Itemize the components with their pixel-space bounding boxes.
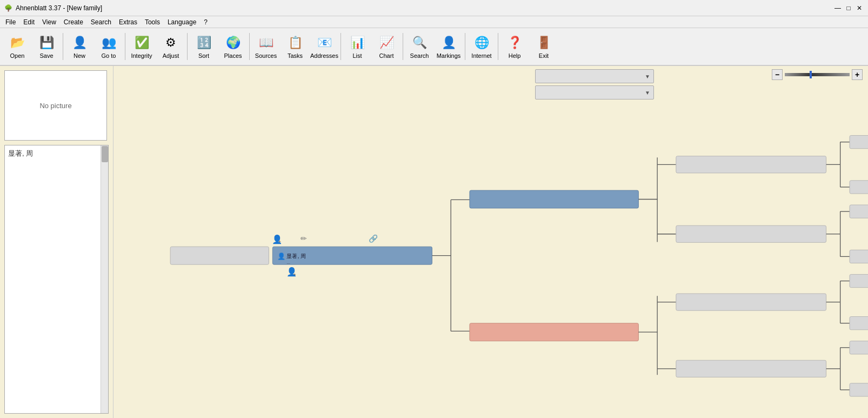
list-icon: 📊 [349, 34, 366, 51]
toolbar-btn-internet[interactable]: 🌐Internet [468, 30, 496, 63]
toolbar-btn-search[interactable]: 🔍Search [405, 30, 433, 63]
close-button[interactable]: ✕ [855, 4, 864, 12]
dropdown-2-arrow: ▼ [645, 90, 650, 96]
menu-item-edit[interactable]: Edit [20, 17, 38, 27]
tasks-icon: 📋 [286, 34, 304, 51]
dropdown-1-arrow: ▼ [645, 74, 650, 79]
zoom-in-button[interactable]: + [852, 69, 863, 80]
mm-node[interactable] [676, 360, 826, 377]
toolbar-separator-3 [125, 33, 125, 60]
adjust-icon: ⚙ [162, 34, 179, 51]
menu-item-tools[interactable]: Tools [142, 17, 163, 27]
search-label: Search [410, 52, 429, 59]
chart-dropdown-1[interactable]: ▼ [535, 69, 654, 83]
fmff-node[interactable] [850, 205, 868, 218]
main-area: No picture 显著, 周 − + ▼ ▼ [0, 66, 868, 418]
toolbar-btn-sources[interactable]: 📖Sources [252, 30, 280, 63]
integrity-icon: ✅ [133, 34, 150, 51]
toolbar-btn-help[interactable]: ❓Help [500, 30, 529, 63]
minimize-button[interactable]: — [833, 4, 842, 12]
menu-item-?[interactable]: ? [201, 17, 211, 27]
menu-item-search[interactable]: Search [88, 17, 115, 27]
toolbar-btn-save[interactable]: 💾Save [32, 30, 61, 63]
toolbar-btn-new[interactable]: 👤New [65, 30, 94, 63]
edit-icon[interactable]: ✏ [301, 234, 307, 243]
zoom-handle[interactable] [810, 71, 812, 78]
new-icon: 👤 [71, 34, 88, 51]
exit-icon: 🚪 [535, 34, 552, 51]
maximize-button[interactable]: □ [844, 4, 853, 12]
title-controls[interactable]: — □ ✕ [833, 4, 864, 12]
addresses-icon: 📧 [316, 34, 333, 51]
zoom-slider[interactable] [785, 73, 850, 76]
toolbar-btn-chart[interactable]: 📈Chart [372, 30, 400, 63]
toolbar-btn-exit[interactable]: 🚪Exit [530, 30, 558, 63]
markings-label: Markings [437, 52, 461, 59]
toolbar-btn-goto[interactable]: 👥Go to [95, 30, 123, 63]
chart-dropdown-2[interactable]: ▼ [535, 85, 654, 99]
menu-item-view[interactable]: View [39, 17, 59, 27]
zoom-out-button[interactable]: − [772, 69, 783, 80]
menu-item-create[interactable]: Create [61, 17, 86, 27]
help-label: Help [509, 52, 521, 59]
toolbar-btn-sort[interactable]: 🔢Sort [190, 30, 218, 63]
toolbar-separator-5 [187, 33, 188, 60]
markings-icon: 👤 [440, 34, 457, 51]
toolbar-separator-14 [465, 33, 465, 60]
internet-label: Internet [471, 52, 491, 59]
father-node[interactable] [470, 190, 638, 208]
mffm-node[interactable] [850, 317, 868, 330]
no-picture-label: No picture [39, 102, 71, 110]
toolbar-btn-addresses[interactable]: 📧Addresses [310, 30, 338, 63]
chart-label: Chart [379, 52, 394, 59]
sources-label: Sources [255, 52, 277, 59]
open-icon: 📂 [9, 34, 26, 51]
toolbar-separator-12 [403, 33, 403, 60]
fmfm-node[interactable] [850, 250, 868, 263]
toolbar-btn-markings[interactable]: 👤Markings [435, 30, 463, 63]
help-icon: ❓ [506, 34, 523, 51]
menubar: FileEditViewCreateSearchExtrasToolsLangu… [0, 16, 868, 28]
toolbar-btn-integrity[interactable]: ✅Integrity [128, 30, 156, 63]
sort-icon: 🔢 [195, 34, 212, 51]
open-label: Open [10, 52, 25, 59]
mfff-node[interactable] [850, 274, 868, 287]
menu-item-file[interactable]: File [2, 17, 19, 27]
toolbar-btn-open[interactable]: 📂Open [3, 30, 31, 63]
toolbar-separator-7 [249, 33, 250, 60]
toolbar-separator-10 [340, 33, 341, 60]
menu-item-extras[interactable]: Extras [116, 17, 141, 27]
chart-area[interactable]: − + ▼ ▼ 显著, 周 👤 ... [113, 66, 868, 418]
goto-icon: 👥 [100, 34, 117, 51]
family-chart: 显著, 周 👤 ... 👤 + ✏ 🔗 👤 + [113, 66, 868, 418]
fm-node[interactable] [676, 225, 826, 242]
info-box: 显著, 周 [4, 145, 109, 414]
app-icon: 🌳 [4, 4, 12, 12]
left-panel: No picture 显著, 周 [0, 66, 113, 418]
spouse-node[interactable] [170, 247, 269, 264]
toolbar-btn-list[interactable]: 📊List [343, 30, 371, 63]
mmfm-node[interactable] [850, 383, 868, 396]
toolbar-btn-places[interactable]: 🌍Places [219, 30, 247, 63]
save-label: Save [39, 52, 53, 59]
toolbar-separator-15 [498, 33, 498, 60]
places-label: Places [224, 52, 242, 59]
scrollbar-thumb[interactable] [102, 146, 108, 162]
app-title: Ahnenblatt 3.37 - [New family] [16, 4, 102, 12]
internet-icon: 🌐 [473, 34, 490, 51]
photo-box: No picture [4, 70, 107, 141]
link-icon[interactable]: 🔗 [369, 234, 378, 243]
info-scrollbar[interactable] [101, 145, 108, 413]
toolbar-btn-tasks[interactable]: 📋Tasks [281, 30, 309, 63]
mother-node[interactable] [470, 323, 638, 341]
mf-node[interactable] [676, 294, 826, 310]
fffm-node[interactable] [850, 181, 868, 194]
toolbar-btn-adjust[interactable]: ⚙Adjust [157, 30, 185, 63]
menu-item-language[interactable]: Language [164, 17, 199, 27]
places-icon: 🌍 [224, 34, 242, 51]
search-icon: 🔍 [411, 34, 428, 51]
mmff-node[interactable] [850, 341, 868, 354]
ffff-node[interactable] [850, 135, 868, 148]
main-person-icon: 👤 [277, 252, 286, 261]
ff-node[interactable] [676, 156, 826, 173]
